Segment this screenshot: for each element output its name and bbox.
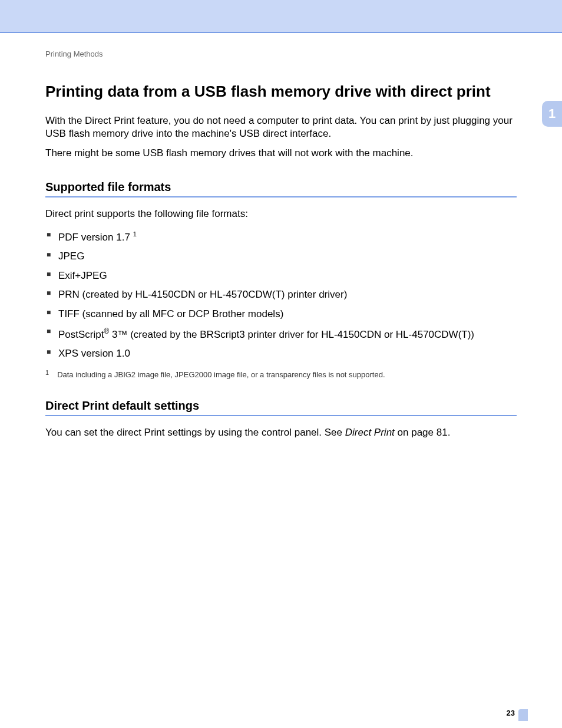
- page-corner-icon: [518, 709, 528, 721]
- section-lead: Direct print supports the following file…: [45, 208, 517, 220]
- list-item: Exif+JPEG: [45, 266, 517, 285]
- page-title: Printing data from a USB flash memory dr…: [45, 82, 517, 101]
- list-item: PRN (created by HL-4150CDN or HL-4570CDW…: [45, 285, 517, 304]
- footnote-ref: 1: [133, 230, 137, 238]
- footnote-text: Data including a JBIG2 image file, JPEG2…: [57, 370, 385, 379]
- header-strip: [0, 0, 562, 33]
- page-number: 23: [507, 709, 515, 717]
- list-item-text: PDF version 1.7: [58, 232, 130, 243]
- list-item: JPEG: [45, 247, 517, 266]
- section-body: You can set the direct Print settings by…: [45, 427, 517, 439]
- chapter-tab: 1: [542, 101, 562, 127]
- list-item: PostScript® 3™ (created by the BRScript3…: [45, 324, 517, 344]
- intro-paragraph-1: With the Direct Print feature, you do no…: [45, 114, 517, 141]
- list-item-text: 3™ (created by the BRScript3 printer dri…: [109, 329, 474, 340]
- footnote-number: 1: [45, 369, 49, 378]
- list-item: TIFF (scanned by all MFC or DCP Brother …: [45, 305, 517, 324]
- format-list: PDF version 1.7 1 JPEG Exif+JPEG PRN (cr…: [45, 227, 517, 363]
- cross-reference-link[interactable]: Direct Print: [345, 427, 395, 438]
- list-item-text: PostScript: [58, 329, 104, 340]
- registered-mark-icon: ®: [104, 327, 109, 335]
- breadcrumb: Printing Methods: [45, 50, 517, 58]
- list-item: PDF version 1.7 1: [45, 227, 517, 247]
- intro-paragraph-2: There might be some USB flash memory dri…: [45, 147, 517, 160]
- section-heading-default-settings: Direct Print default settings: [45, 399, 517, 416]
- footnote: 1 Data including a JBIG2 image file, JPE…: [45, 370, 517, 379]
- body-text: You can set the direct Print settings by…: [45, 427, 345, 438]
- page-content: Printing Methods 1 Printing data from a …: [0, 33, 562, 439]
- section-heading-supported-formats: Supported file formats: [45, 180, 517, 197]
- list-item: XPS version 1.0: [45, 344, 517, 363]
- body-text: on page 81.: [395, 427, 451, 438]
